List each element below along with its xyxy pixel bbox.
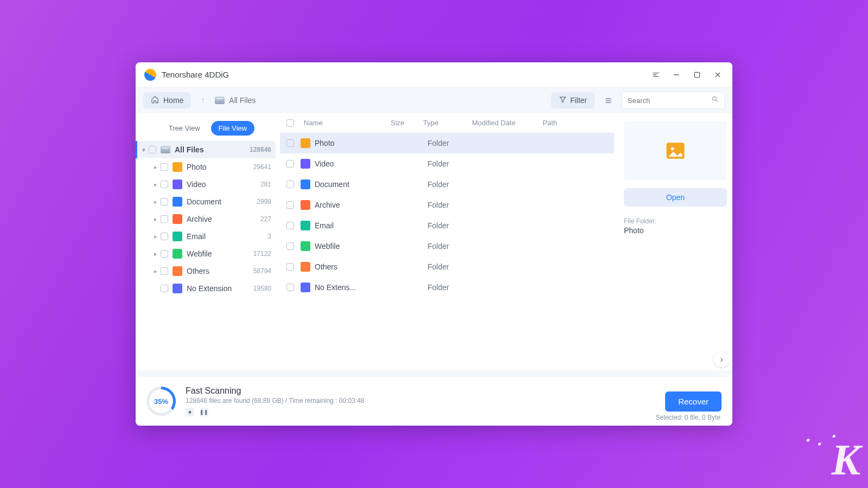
tree-item[interactable]: ▸Archive227 [140,210,276,228]
checkbox[interactable] [286,263,294,271]
tree-item[interactable]: No Extension19580 [140,280,276,297]
tree-view-tab[interactable]: Tree View [161,121,208,136]
file-row[interactable]: EmailFolder [280,215,614,236]
checkbox[interactable] [161,215,168,223]
tree-item[interactable]: ▸Webfile17122 [140,245,276,262]
breadcrumb-label: All Files [229,96,256,105]
caret-right-icon[interactable]: ▸ [152,251,159,258]
col-size[interactable]: Size [391,119,423,127]
file-row[interactable]: DocumentFolder [280,174,614,195]
checkbox[interactable] [161,267,168,275]
sidebar: Tree View File View ▾ All Files 128646 ▸… [136,113,280,370]
tree-item[interactable]: ▸Photo29641 [140,158,276,176]
search-input[interactable] [622,92,725,109]
checkbox[interactable] [161,163,168,171]
search-field[interactable] [628,97,711,105]
tree-item-count: 29641 [253,163,271,171]
tree-item[interactable]: ▸Others58794 [140,262,276,280]
file-list: Name Size Type Modified Date Path PhotoF… [280,113,618,370]
menu-icon[interactable] [650,69,662,81]
drive-icon [215,97,225,104]
next-icon[interactable]: › [714,352,729,367]
checkbox-all[interactable] [286,119,294,127]
tree-item-label: Photo [187,163,207,171]
file-row[interactable]: No Extens...Folder [280,277,614,298]
app-window: Tenorshare 4DDiG Home ↑ All Files Filter [136,62,732,426]
content-area: Tree View File View ▾ All Files 128646 ▸… [136,113,732,370]
file-row[interactable]: OthersFolder [280,256,614,277]
col-name[interactable]: Name [304,119,391,127]
minimize-icon[interactable] [671,69,682,81]
list-view-icon[interactable] [600,92,616,108]
breadcrumb[interactable]: All Files [215,96,256,105]
toolbar: Home ↑ All Files Filter [136,87,732,113]
folder-icon [301,221,310,230]
file-type: Folder [427,283,476,292]
scan-subtext: 128646 files are found (68.89 GB) / Time… [186,397,365,404]
file-name: Video [315,159,395,168]
file-type: Folder [427,262,476,271]
scan-title: Fast Scanning [186,386,365,396]
checkbox[interactable] [286,284,294,291]
checkbox[interactable] [161,181,168,188]
col-modified[interactable]: Modified Date [472,119,542,127]
checkbox[interactable] [161,198,168,206]
file-row[interactable]: WebfileFolder [280,236,614,256]
app-logo-icon [144,69,156,81]
stop-icon[interactable]: ■ [186,408,194,416]
file-row[interactable]: PhotoFolder [280,133,614,153]
tree-item-label: No Extension [187,284,232,293]
checkbox[interactable] [161,233,168,240]
recover-button[interactable]: Recover [665,391,722,412]
caret-right-icon[interactable]: ▸ [152,216,159,223]
file-name: No Extens... [315,283,395,292]
tree-item-label: Document [187,197,221,206]
tree-item[interactable]: ▸Email3 [140,228,276,245]
caret-right-icon[interactable]: ▸ [152,233,159,240]
file-row[interactable]: VideoFolder [280,153,614,174]
checkbox[interactable] [286,242,294,250]
preview-thumb [624,121,727,181]
file-type: Folder [427,139,476,147]
folder-icon [301,241,310,251]
folder-icon [301,138,310,148]
tree-item[interactable]: ▸Document2998 [140,193,276,210]
file-list-header: Name Size Type Modified Date Path [280,113,614,133]
preview-label: File Folder: [624,217,727,225]
checkbox[interactable] [161,250,168,258]
close-icon[interactable] [712,69,724,81]
caret-right-icon[interactable]: ▸ [152,164,159,171]
checkbox[interactable] [149,146,156,153]
filter-label: Filter [570,96,587,105]
file-name: Document [315,180,395,189]
file-view-tab[interactable]: File View [211,121,255,136]
nav-up-icon[interactable]: ↑ [196,95,209,105]
filter-button[interactable]: Filter [551,92,595,108]
checkbox[interactable] [286,139,294,147]
pause-icon[interactable]: ❚❚ [200,408,208,416]
file-type: Folder [427,221,476,230]
maximize-icon[interactable] [691,69,703,81]
caret-down-icon[interactable]: ▾ [140,146,148,153]
caret-right-icon[interactable]: ▸ [152,268,159,275]
tree-item[interactable]: ▸Video281 [140,176,276,193]
selected-text: Selected: 0 file, 0 Byte [656,414,720,421]
caret-right-icon[interactable]: ▸ [152,181,159,188]
tree-root-all-files[interactable]: ▾ All Files 128646 [136,141,276,158]
home-button[interactable]: Home [143,92,191,108]
folder-icon [301,262,310,272]
tree-item-label: Archive [187,215,212,223]
checkbox[interactable] [286,181,294,188]
col-type[interactable]: Type [423,119,472,127]
file-row[interactable]: ArchiveFolder [280,195,614,215]
checkbox[interactable] [286,160,294,168]
image-icon [663,139,687,163]
checkbox[interactable] [286,201,294,209]
tree-item-count: 2998 [257,198,271,206]
open-button[interactable]: Open [624,188,727,207]
checkbox[interactable] [286,222,294,229]
preview-panel: Open File Folder: Photo › [618,113,732,370]
col-path[interactable]: Path [542,119,609,127]
caret-right-icon[interactable]: ▸ [152,198,159,206]
checkbox[interactable] [161,285,168,292]
